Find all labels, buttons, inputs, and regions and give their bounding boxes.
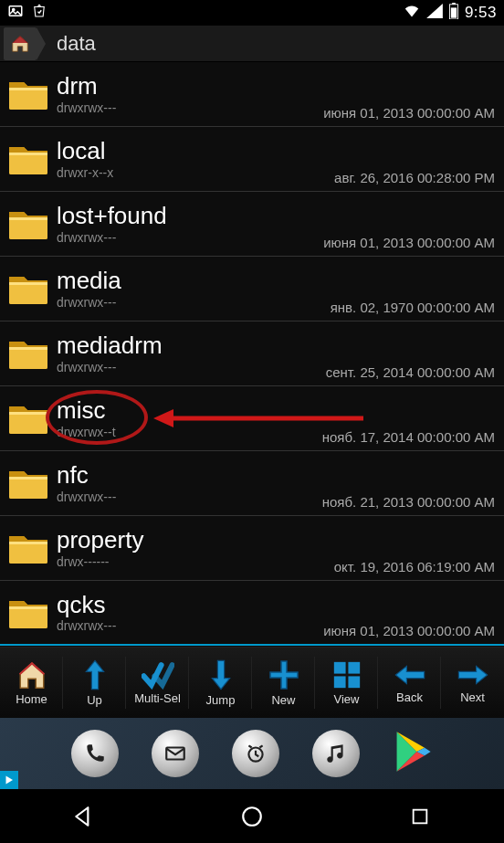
svg-rect-23 [9,606,47,609]
file-row[interactable]: drm drwxrwx--- июня 01, 2013 00:00:00 AM [0,62,504,127]
nav-back-button[interactable] [47,798,121,835]
file-perm: drwxrwx--- [57,360,326,374]
picture-icon [7,3,24,23]
folder-icon [0,336,57,371]
adchoices-icon[interactable] [0,771,18,789]
file-name: media [57,268,331,294]
tool-label: Up [87,693,102,707]
tool-label: Jump [206,693,236,707]
file-date: июня 01, 2013 00:00:00 AM [323,235,495,250]
file-row[interactable]: miscdrwxrwx--t нояб. 17, 2014 00:00:00 A… [0,386,504,451]
file-date: нояб. 17, 2014 00:00:00 AM [322,429,495,445]
view-button[interactable]: View [315,648,378,718]
svg-rect-28 [333,676,345,688]
jump-button[interactable]: Jump [189,648,252,718]
up-button[interactable]: Up [63,648,126,718]
toolbar: Home Up Multi-Sel Jump New View Back Nex… [0,647,504,718]
ad-banner[interactable] [0,718,504,789]
new-button[interactable]: New [252,648,315,718]
nav-recent-button[interactable] [383,798,457,835]
folder-icon [0,401,57,436]
file-perm: drwxrwx--- [57,230,323,245]
play-store-icon [393,730,433,777]
folder-icon [0,531,57,565]
file-name: property [57,527,334,553]
file-date: нояб. 21, 2013 00:00:00 AM [322,494,495,510]
wifi-icon [403,4,421,23]
svg-rect-33 [414,809,427,823]
svg-rect-29 [348,676,360,688]
folder-icon [0,271,57,306]
back-button[interactable]: Back [378,648,441,718]
svg-rect-8 [9,153,47,174]
folder-icon [0,77,57,111]
file-perm: drwxrwx--t [57,425,322,439]
svg-rect-11 [9,217,47,220]
folder-icon [0,142,57,176]
file-row[interactable]: nfcdrwxrwx--- нояб. 21, 2013 00:00:00 AM [0,451,504,516]
alarm-icon [232,730,279,777]
svg-rect-13 [9,282,47,285]
svg-rect-10 [9,217,47,239]
file-name: drm [57,73,323,100]
file-date: июня 01, 2013 00:00:00 AM [323,623,495,638]
file-row[interactable]: lost+founddrwxrwx--- июня 01, 2013 00:00… [0,192,504,257]
tool-label: Next [460,690,485,704]
svg-rect-14 [9,347,47,369]
file-perm: drwxrwx--- [57,100,323,115]
svg-rect-7 [9,88,47,90]
file-perm: drwxrwx--- [57,618,323,633]
file-date: окт. 19, 2016 06:19:00 AM [334,559,495,574]
svg-rect-18 [9,477,47,499]
svg-rect-20 [9,542,47,564]
file-row[interactable]: resource-cache [0,646,504,647]
android-nav-bar [0,789,504,843]
file-name: mediadrm [57,332,326,359]
file-row[interactable]: localdrwxr-x--x авг. 26, 2016 00:28:00 P… [0,127,504,192]
file-name: lost+found [57,203,323,229]
svg-rect-22 [9,606,47,628]
folder-icon [0,466,57,501]
tool-label: View [334,692,360,706]
svg-point-32 [243,807,261,826]
file-perm: drwxrwx--- [57,490,322,504]
folder-icon [0,595,57,630]
file-row[interactable]: mediadrmdrwxrwx--- сент. 25, 2014 00:00:… [0,321,504,386]
file-perm: drwx------ [57,554,334,569]
nav-home-button[interactable] [215,798,289,835]
status-bar: 9:53 [0,0,504,26]
file-date: сент. 25, 2014 00:00:00 AM [326,364,495,380]
multisel-button[interactable]: Multi-Sel [126,648,189,718]
home-breadcrumb[interactable] [4,27,37,60]
svg-rect-27 [348,662,360,674]
path-bar: data [0,26,504,62]
next-button[interactable]: Next [441,648,504,718]
svg-rect-9 [9,153,47,155]
path-current[interactable]: data [57,32,96,56]
file-name: nfc [57,462,322,489]
svg-rect-15 [9,347,47,350]
file-name: misc [57,397,322,424]
file-row[interactable]: propertydrwx------ окт. 19, 2016 06:19:0… [0,516,504,581]
clock: 9:53 [465,4,497,22]
tool-label: Home [16,692,47,706]
tool-label: Back [396,690,423,704]
file-name: qcks [57,592,323,618]
svg-rect-6 [9,88,47,110]
file-date: янв. 02, 1970 00:00:00 AM [331,300,495,315]
svg-rect-26 [333,662,345,674]
battery-icon [448,3,459,24]
folder-icon [0,206,57,241]
tool-label: New [271,693,295,707]
phone-icon [71,730,119,777]
file-row[interactable]: qcksdrwxrwx--- июня 01, 2013 00:00:00 AM [0,581,504,646]
svg-rect-17 [9,412,47,415]
file-name: local [57,138,334,164]
home-button[interactable]: Home [0,648,63,718]
signal-icon [426,4,443,23]
svg-rect-21 [9,542,47,544]
file-perm: drwxr-x--x [57,165,334,180]
svg-rect-4 [451,7,457,17]
file-row[interactable]: mediadrwxrwx--- янв. 02, 1970 00:00:00 A… [0,257,504,321]
file-date: июня 01, 2013 00:00:00 AM [323,105,495,121]
